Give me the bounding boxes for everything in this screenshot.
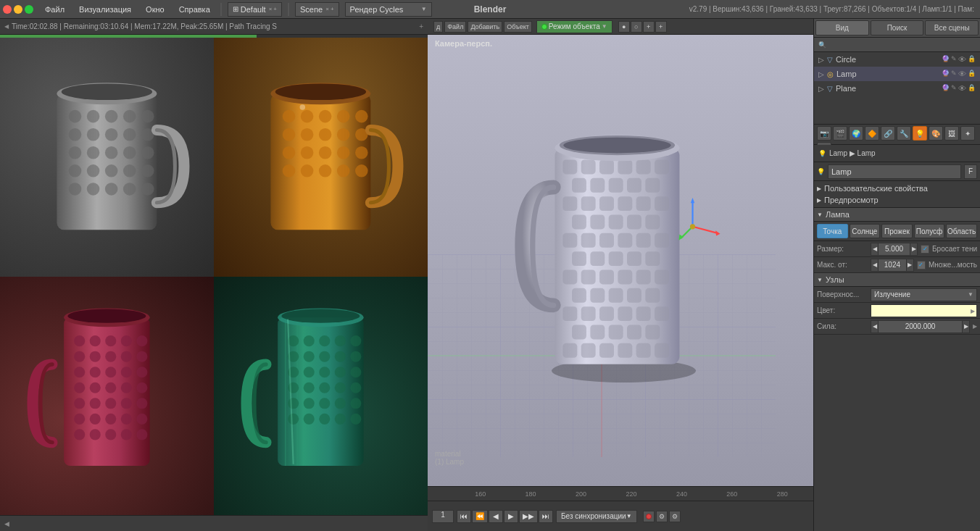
viewport-solid-btn[interactable]: ● — [618, 21, 630, 33]
lamp-lock[interactable]: 🔒 — [968, 70, 976, 78]
menu-window[interactable]: Окно — [140, 4, 170, 15]
circle-eye[interactable]: 👁 — [958, 55, 966, 64]
lamp-name-input[interactable] — [828, 164, 961, 179]
custom-props-row[interactable]: ▶ Пользовательские свойства — [817, 183, 977, 194]
lamp-type-area[interactable]: Область — [946, 224, 977, 238]
mode-object[interactable]: Режим объекта ▼ — [536, 20, 612, 33]
data-props-btn[interactable]: 💡 — [913, 126, 927, 141]
jump-end-btn[interactable]: ⏭ — [539, 510, 553, 523]
texture-btn[interactable]: 🖼 — [944, 126, 959, 141]
object-props-btn[interactable]: 🔶 — [865, 126, 879, 141]
jump-start-btn[interactable]: ⏮ — [457, 510, 471, 523]
preview-label: Предпросмотр — [824, 196, 879, 204]
svg-rect-152 — [627, 214, 641, 229]
svg-point-60 — [105, 351, 116, 362]
lamp-type-point[interactable]: Точка — [817, 224, 848, 238]
particle-btn[interactable]: ✦ — [960, 126, 975, 141]
strength-input[interactable]: ◀ 2000.000 ▶ — [871, 320, 970, 333]
lamp-expand-icon: ▷ — [818, 70, 824, 78]
plane-icon1[interactable]: 🔮 — [942, 84, 950, 93]
frame-input[interactable]: 1 — [432, 510, 454, 523]
plane-lock[interactable]: 🔒 — [968, 84, 976, 93]
cast-shadow-checkbox[interactable]: ✓ — [921, 245, 929, 254]
size-input[interactable]: ◀ 5.000 ▶ — [871, 243, 918, 256]
viewport-area[interactable]: Камера-персп. — [428, 35, 813, 486]
nodes-section-header[interactable]: ▼ Узлы — [814, 273, 980, 287]
size-arrow-left[interactable]: ◀ — [871, 243, 879, 255]
strength-arrow-right[interactable]: ▶ — [962, 321, 969, 333]
modifiers-btn[interactable]: 🔧 — [897, 126, 911, 141]
render-props-btn[interactable]: 📷 — [817, 126, 831, 141]
layout-selector[interactable]: ⊞ Default × + — [228, 2, 282, 17]
prev-frame-btn[interactable]: ⏪ — [472, 510, 488, 523]
strength-arrow-left[interactable]: ◀ — [871, 321, 879, 333]
viewport-extra-btn[interactable]: + — [643, 21, 655, 33]
world-props-btn[interactable]: 🌍 — [849, 126, 863, 141]
color-swatch[interactable]: ▶ — [871, 304, 977, 317]
lamp-icon2[interactable]: ✎ — [951, 70, 957, 78]
timeline-extra-btn[interactable]: ⚙ — [656, 511, 668, 522]
constraints-btn[interactable]: 🔗 — [881, 126, 895, 141]
plane-eye[interactable]: 👁 — [958, 84, 966, 93]
add-menu-btn[interactable]: Добавить — [468, 21, 502, 33]
tab-search[interactable]: Поиск — [871, 20, 924, 35]
size-arrow-right[interactable]: ▶ — [910, 243, 917, 255]
scene-props-btn[interactable]: 🎬 — [833, 126, 847, 141]
strength-extra[interactable]: ▶ — [973, 323, 977, 330]
menu-visualize[interactable]: Визуализация — [73, 4, 137, 15]
render-cell-teal[interactable] — [214, 277, 428, 516]
close-button[interactable] — [3, 5, 12, 14]
max-arrow-left[interactable]: ◀ — [871, 259, 879, 271]
menu-file[interactable]: Файл — [39, 4, 70, 15]
render-engine-selector[interactable]: Рендер Cycles ▼ — [345, 2, 432, 17]
lamp-icon1[interactable]: 🔮 — [942, 70, 950, 78]
plane-icon2[interactable]: ✎ — [951, 84, 957, 93]
multiply-checkbox[interactable]: ✓ — [917, 261, 926, 269]
svg-point-27 — [62, 83, 152, 100]
render-cell-red[interactable] — [0, 277, 214, 516]
tab-all-scenes[interactable]: Все сцены — [925, 20, 979, 35]
play-btn[interactable]: ▶ — [504, 510, 518, 523]
lamp-section-header[interactable]: ▼ Лампа — [814, 208, 980, 222]
scene-selector[interactable]: Scene × + — [295, 2, 339, 17]
preview-row[interactable]: ▶ Предпросмотр — [817, 194, 977, 206]
maximize-button[interactable] — [25, 5, 33, 14]
material-btn[interactable]: 🎨 — [929, 126, 943, 141]
prev-key-btn[interactable]: ◀ — [489, 510, 503, 523]
timeline-extra2-btn[interactable]: ⚙ — [669, 511, 681, 522]
lamp-type-sun[interactable]: Солнце — [850, 224, 881, 238]
circle-icon2[interactable]: ✎ — [951, 55, 957, 64]
svg-point-41 — [319, 146, 332, 159]
max-arrow-right[interactable]: ▶ — [906, 259, 913, 271]
svg-rect-151 — [609, 214, 623, 229]
select-menu-btn[interactable]: Файл — [444, 21, 466, 33]
surface-dropdown[interactable]: Излучение ▼ — [871, 288, 977, 301]
viewport-wire-btn[interactable]: ○ — [631, 21, 642, 33]
object-menu-btn[interactable]: Объект — [504, 21, 532, 33]
render-cell-gold[interactable] — [214, 38, 428, 277]
next-key-btn[interactable]: ▶▶ — [519, 510, 538, 523]
circle-lock[interactable]: 🔒 — [968, 55, 976, 64]
svg-rect-191 — [636, 343, 651, 357]
minimize-button[interactable] — [14, 5, 22, 14]
render-cell-silver[interactable] — [0, 38, 214, 277]
outliner-item-plane[interactable]: ▷ ▽ Plane 🔮 ✎ 👁 🔒 — [814, 81, 980, 96]
view-menu-btn[interactable]: д — [433, 21, 443, 33]
viewport-extra2-btn[interactable]: + — [655, 21, 667, 33]
lamp-name-outliner: Lamp — [836, 70, 857, 78]
outliner-item-circle[interactable]: ▷ ▽ Circle 🔮 ✎ 👁 🔒 — [814, 52, 980, 67]
lamp-type-hemi[interactable]: Полусф — [914, 224, 945, 238]
audio-btn[interactable] — [643, 511, 655, 522]
lamp-eye[interactable]: 👁 — [958, 70, 966, 78]
menu-help[interactable]: Справка — [173, 4, 216, 15]
svg-point-65 — [105, 367, 116, 377]
svg-point-25 — [141, 183, 154, 196]
f-button[interactable]: F — [964, 164, 977, 179]
outliner-item-lamp[interactable]: ▷ ◎ Lamp 🔮 ✎ 👁 🔒 — [814, 67, 980, 81]
circle-icon1[interactable]: 🔮 — [942, 55, 950, 64]
lamp-type-spot[interactable]: Прожек — [881, 224, 913, 238]
tab-view[interactable]: Вид — [815, 20, 869, 35]
max-input[interactable]: ◀ 1024 ▶ — [871, 259, 914, 272]
sync-selector[interactable]: Без синхронизации ▼ — [556, 510, 637, 523]
svg-rect-181 — [655, 306, 669, 321]
